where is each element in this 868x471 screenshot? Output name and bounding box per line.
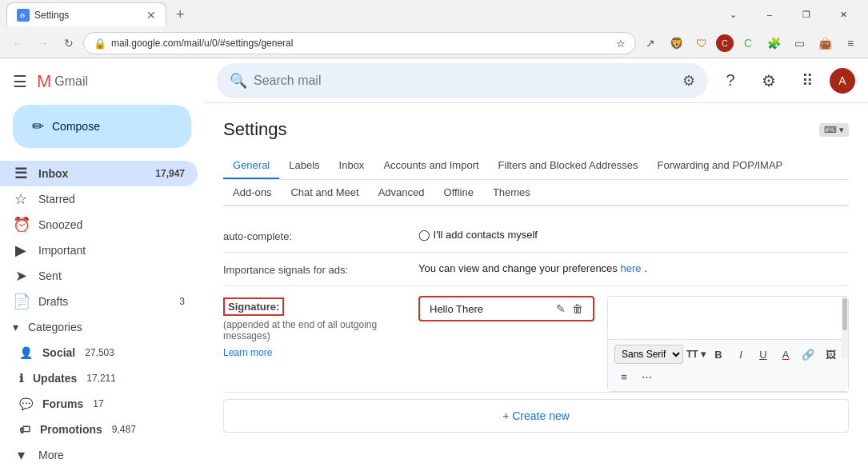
tab-offline[interactable]: Offline (434, 180, 483, 206)
tab-labels[interactable]: Labels (279, 153, 329, 179)
tab-advanced[interactable]: Advanced (369, 180, 434, 206)
tab-favicon: G (17, 9, 30, 22)
more-toolbar-button[interactable]: ⋯ (637, 367, 656, 386)
drafts-count: 3 (179, 296, 185, 307)
sidebar-item-updates[interactable]: ℹ Updates 17,211 (0, 365, 198, 391)
tab-title: Settings (34, 10, 142, 21)
font-color-button[interactable]: A (776, 345, 795, 364)
sidebar-item-label-promotions: Promotions (40, 423, 102, 436)
brave-shield-icon[interactable]: 🦁 (665, 32, 687, 54)
window-minimize-button[interactable]: – (751, 0, 788, 29)
search-bar[interactable]: 🔍 ⚙ (217, 63, 708, 98)
font-family-select[interactable]: Sans Serif (614, 345, 683, 364)
tab-accounts-import[interactable]: Accounts and Import (374, 153, 488, 179)
signature-learn-more-link[interactable]: Learn more (223, 347, 272, 358)
back-button[interactable]: ← (6, 32, 29, 54)
link-button[interactable]: 🔗 (798, 345, 818, 364)
address-bar[interactable]: 🔒 mail.google.com/mail/u/0/#settings/gen… (83, 32, 636, 54)
tab-chat-meet[interactable]: Chat and Meet (281, 180, 368, 206)
hamburger-menu-icon[interactable]: ☰ (13, 72, 27, 91)
apps-button[interactable]: ⠿ (791, 65, 823, 97)
main-content: 🔍 ⚙ ? ⚙ ⠿ A Settings ⌨ ▾ General Labels … (204, 58, 868, 471)
sent-icon: ➤ (13, 267, 29, 285)
sidebar-item-snoozed[interactable]: ⏰ Snoozed (0, 212, 198, 237)
settings-button[interactable]: ⚙ (753, 65, 785, 97)
help-button[interactable]: ? (714, 65, 746, 97)
editor-scrollbar[interactable] (842, 297, 848, 359)
sidebar-item-forums[interactable]: 💬 Forums 17 (0, 391, 198, 417)
signature-item[interactable]: Hello There ✎ 🗑 (418, 296, 594, 321)
signature-editor[interactable]: Sans Serif TT ▾ B I U A 🔗 🖼 ≡ ⋯ (607, 296, 849, 392)
sidebar-item-label-important: Important (38, 244, 185, 257)
user-avatar[interactable]: A (830, 68, 855, 94)
gmail-logo: M Gmail (37, 71, 88, 92)
bold-button[interactable]: B (709, 345, 728, 364)
sidebar-item-important[interactable]: ▶ Important (0, 237, 198, 263)
sidebar-toggle-icon[interactable]: ▭ (788, 32, 810, 54)
vpn-icon[interactable]: 🛡 (690, 32, 713, 54)
image-button[interactable]: 🖼 (821, 345, 840, 364)
tab-forwarding[interactable]: Forwarding and POP/IMAP (647, 153, 792, 179)
lock-icon: 🔒 (94, 38, 106, 50)
tab-general[interactable]: General (223, 153, 279, 179)
sidebar-item-social[interactable]: 👤 Social 27,503 (0, 340, 198, 365)
settings-content: Settings ⌨ ▾ General Labels Inbox Accoun… (204, 103, 868, 471)
font-size-button[interactable]: TT ▾ (686, 345, 706, 364)
signature-sublabel: (appended at the end of all outgoing mes… (223, 319, 399, 341)
keyboard-shortcut-button[interactable]: ⌨ ▾ (819, 123, 849, 137)
underline-button[interactable]: U (754, 345, 773, 364)
tab-themes[interactable]: Themes (483, 180, 540, 206)
align-button[interactable]: ≡ (614, 367, 634, 386)
window-close-button[interactable]: ✕ (825, 0, 862, 29)
snoozed-icon: ⏰ (13, 216, 29, 234)
tab-close-button[interactable]: ✕ (146, 9, 156, 22)
tab-filters-blocked[interactable]: Filters and Blocked Addresses (489, 153, 648, 179)
window-restore-button[interactable]: ❐ (788, 0, 825, 29)
importance-link[interactable]: here (620, 262, 641, 274)
signature-edit-button[interactable]: ✎ (556, 302, 566, 315)
wallet-icon[interactable]: 👜 (814, 32, 836, 54)
address-bar-row: ← → ↻ 🔒 mail.google.com/mail/u/0/#settin… (0, 29, 868, 58)
signature-section: Hello There ✎ 🗑 (418, 296, 849, 392)
browser-tab[interactable]: G Settings ✕ (6, 2, 166, 26)
settings-tabs-row1: General Labels Inbox Accounts and Import… (223, 153, 849, 180)
create-new-button[interactable]: + Create new (223, 399, 849, 433)
search-input[interactable] (254, 74, 676, 88)
importance-value: You can view and change your preferences… (418, 262, 849, 274)
search-filter-icon[interactable]: ⚙ (682, 72, 695, 90)
window-chevron-button[interactable]: ⌄ (714, 0, 751, 29)
sidebar-item-drafts[interactable]: 📄 Drafts 3 (0, 289, 198, 314)
extension3-icon[interactable]: 🧩 (762, 32, 785, 54)
updates-icon: ℹ (19, 372, 23, 385)
categories-header[interactable]: ▾ Categories (0, 314, 204, 340)
app-container: ☰ M Gmail ✏ Compose ☰ Inbox 17,947 ☆ Sta… (0, 58, 868, 471)
share-icon[interactable]: ↗ (639, 32, 662, 54)
importance-row: Importance signals for ads: You can view… (223, 253, 849, 286)
forums-icon: 💬 (19, 397, 33, 410)
sidebar-item-starred[interactable]: ☆ Starred (0, 186, 198, 212)
extension1-icon[interactable]: C (716, 34, 734, 52)
signature-item-actions: ✎ 🗑 (556, 302, 583, 315)
refresh-button[interactable]: ↻ (58, 32, 80, 54)
tab-inbox[interactable]: Inbox (330, 153, 374, 179)
bookmark-icon[interactable]: ☆ (616, 38, 626, 50)
sidebar-item-label-inbox: Inbox (38, 167, 146, 180)
importance-label: Importance signals for ads: (223, 262, 399, 276)
compose-button[interactable]: ✏ Compose (13, 105, 191, 148)
forward-button[interactable]: → (32, 32, 54, 54)
gmail-text: Gmail (54, 74, 88, 89)
sidebar-item-promotions[interactable]: 🏷 Promotions 9,487 (0, 417, 198, 442)
sidebar-item-sent[interactable]: ➤ Sent (0, 263, 198, 289)
sidebar-item-label-snoozed: Snoozed (38, 218, 185, 231)
signature-editor-content[interactable] (608, 297, 848, 339)
signature-delete-button[interactable]: 🗑 (572, 302, 583, 315)
sidebar-item-inbox[interactable]: ☰ Inbox 17,947 (0, 161, 198, 186)
sidebar-item-more[interactable]: ▾ More (0, 442, 198, 468)
new-tab-button[interactable]: + (170, 6, 191, 23)
extension2-icon[interactable]: C (737, 32, 759, 54)
important-icon: ▶ (13, 241, 29, 259)
logo-m-icon: M (37, 71, 51, 92)
browser-menu-icon[interactable]: ≡ (839, 32, 862, 54)
italic-button[interactable]: I (731, 345, 750, 364)
tab-addons[interactable]: Add-ons (223, 180, 281, 206)
